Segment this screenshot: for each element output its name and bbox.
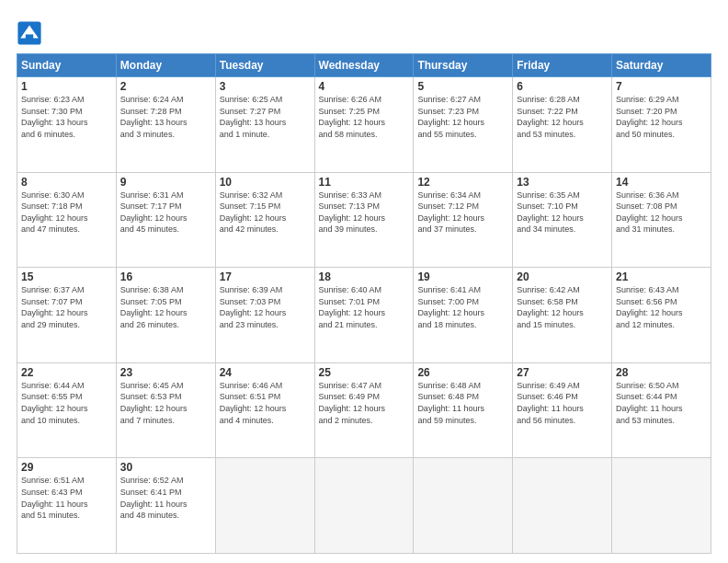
day-info: Sunrise: 6:32 AM Sunset: 7:15 PM Dayligh… [220, 190, 311, 236]
calendar-cell: 19Sunrise: 6:41 AM Sunset: 7:00 PM Dayli… [414, 268, 513, 363]
header [17, 17, 711, 46]
calendar-cell: 27Sunrise: 6:49 AM Sunset: 6:46 PM Dayli… [513, 362, 612, 458]
calendar-cell: 26Sunrise: 6:48 AM Sunset: 6:48 PM Dayli… [414, 362, 513, 458]
calendar-cell [612, 458, 711, 554]
week-row-4: 22Sunrise: 6:44 AM Sunset: 6:55 PM Dayli… [17, 362, 711, 458]
day-number: 16 [120, 270, 211, 283]
calendar-cell: 30Sunrise: 6:52 AM Sunset: 6:41 PM Dayli… [116, 458, 215, 554]
weekday-header-monday: Monday [116, 54, 215, 77]
day-number: 12 [417, 176, 508, 189]
day-number: 25 [319, 366, 410, 379]
calendar-cell: 15Sunrise: 6:37 AM Sunset: 7:07 PM Dayli… [17, 268, 117, 363]
day-info: Sunrise: 6:52 AM Sunset: 6:41 PM Dayligh… [120, 475, 211, 521]
calendar-cell: 4Sunrise: 6:26 AM Sunset: 7:25 PM Daylig… [314, 77, 414, 173]
day-info: Sunrise: 6:38 AM Sunset: 7:05 PM Dayligh… [120, 284, 211, 330]
day-info: Sunrise: 6:47 AM Sunset: 6:49 PM Dayligh… [319, 380, 410, 426]
logo-icon [17, 20, 42, 46]
calendar-cell: 21Sunrise: 6:43 AM Sunset: 6:56 PM Dayli… [612, 268, 711, 363]
day-number: 23 [120, 366, 211, 379]
day-info: Sunrise: 6:39 AM Sunset: 7:03 PM Dayligh… [220, 284, 311, 330]
weekday-header-sunday: Sunday [17, 54, 117, 77]
calendar-cell: 18Sunrise: 6:40 AM Sunset: 7:01 PM Dayli… [314, 268, 414, 363]
week-row-3: 15Sunrise: 6:37 AM Sunset: 7:07 PM Dayli… [17, 268, 711, 363]
day-info: Sunrise: 6:46 AM Sunset: 6:51 PM Dayligh… [220, 380, 311, 426]
day-info: Sunrise: 6:44 AM Sunset: 6:55 PM Dayligh… [21, 380, 112, 426]
day-info: Sunrise: 6:29 AM Sunset: 7:20 PM Dayligh… [616, 94, 707, 140]
calendar-cell [414, 458, 513, 554]
day-info: Sunrise: 6:37 AM Sunset: 7:07 PM Dayligh… [21, 284, 112, 330]
day-info: Sunrise: 6:24 AM Sunset: 7:28 PM Dayligh… [120, 94, 211, 140]
weekday-header-friday: Friday [513, 54, 612, 77]
day-info: Sunrise: 6:40 AM Sunset: 7:01 PM Dayligh… [319, 284, 410, 330]
calendar-cell: 7Sunrise: 6:29 AM Sunset: 7:20 PM Daylig… [612, 77, 711, 173]
day-number: 20 [517, 270, 608, 283]
calendar-cell: 17Sunrise: 6:39 AM Sunset: 7:03 PM Dayli… [215, 268, 314, 363]
logo [17, 20, 46, 46]
calendar-cell: 23Sunrise: 6:45 AM Sunset: 6:53 PM Dayli… [116, 362, 215, 458]
calendar-cell: 25Sunrise: 6:47 AM Sunset: 6:49 PM Dayli… [314, 362, 414, 458]
day-number: 15 [21, 270, 112, 283]
calendar-cell [513, 458, 612, 554]
day-number: 26 [417, 366, 508, 379]
day-number: 8 [21, 176, 112, 189]
week-row-5: 29Sunrise: 6:51 AM Sunset: 6:43 PM Dayli… [17, 458, 711, 554]
calendar-cell: 20Sunrise: 6:42 AM Sunset: 6:58 PM Dayli… [513, 268, 612, 363]
day-number: 17 [220, 270, 311, 283]
day-number: 14 [616, 176, 707, 189]
day-info: Sunrise: 6:25 AM Sunset: 7:27 PM Dayligh… [220, 94, 311, 140]
day-info: Sunrise: 6:43 AM Sunset: 6:56 PM Dayligh… [616, 284, 707, 330]
day-number: 18 [319, 270, 410, 283]
calendar-cell: 10Sunrise: 6:32 AM Sunset: 7:15 PM Dayli… [215, 172, 314, 268]
day-info: Sunrise: 6:26 AM Sunset: 7:25 PM Dayligh… [319, 94, 410, 140]
day-number: 5 [417, 80, 508, 93]
day-number: 10 [220, 176, 311, 189]
day-info: Sunrise: 6:23 AM Sunset: 7:30 PM Dayligh… [21, 94, 112, 140]
day-number: 1 [21, 80, 112, 93]
day-number: 30 [120, 461, 211, 474]
calendar-cell: 3Sunrise: 6:25 AM Sunset: 7:27 PM Daylig… [215, 77, 314, 173]
page: SundayMondayTuesdayWednesdayThursdayFrid… [0, 0, 728, 563]
calendar-cell: 14Sunrise: 6:36 AM Sunset: 7:08 PM Dayli… [612, 172, 711, 268]
day-info: Sunrise: 6:31 AM Sunset: 7:17 PM Dayligh… [120, 190, 211, 236]
calendar-cell: 28Sunrise: 6:50 AM Sunset: 6:44 PM Dayli… [612, 362, 711, 458]
day-info: Sunrise: 6:42 AM Sunset: 6:58 PM Dayligh… [517, 284, 608, 330]
day-number: 6 [517, 80, 608, 93]
day-number: 27 [517, 366, 608, 379]
day-number: 21 [616, 270, 707, 283]
day-info: Sunrise: 6:50 AM Sunset: 6:44 PM Dayligh… [616, 380, 707, 426]
day-number: 7 [616, 80, 707, 93]
calendar-cell: 11Sunrise: 6:33 AM Sunset: 7:13 PM Dayli… [314, 172, 414, 268]
week-row-1: 1Sunrise: 6:23 AM Sunset: 7:30 PM Daylig… [17, 77, 711, 173]
day-number: 3 [220, 80, 311, 93]
calendar-table: SundayMondayTuesdayWednesdayThursdayFrid… [17, 53, 711, 554]
day-number: 24 [220, 366, 311, 379]
day-number: 22 [21, 366, 112, 379]
calendar-cell: 2Sunrise: 6:24 AM Sunset: 7:28 PM Daylig… [116, 77, 215, 173]
calendar-cell: 29Sunrise: 6:51 AM Sunset: 6:43 PM Dayli… [17, 458, 117, 554]
calendar-cell: 9Sunrise: 6:31 AM Sunset: 7:17 PM Daylig… [116, 172, 215, 268]
weekday-header-saturday: Saturday [612, 54, 711, 77]
calendar-cell: 22Sunrise: 6:44 AM Sunset: 6:55 PM Dayli… [17, 362, 117, 458]
day-number: 28 [616, 366, 707, 379]
weekday-header-row: SundayMondayTuesdayWednesdayThursdayFrid… [17, 54, 711, 77]
weekday-header-wednesday: Wednesday [314, 54, 414, 77]
calendar-cell: 6Sunrise: 6:28 AM Sunset: 7:22 PM Daylig… [513, 77, 612, 173]
day-info: Sunrise: 6:34 AM Sunset: 7:12 PM Dayligh… [417, 190, 508, 236]
day-info: Sunrise: 6:49 AM Sunset: 6:46 PM Dayligh… [517, 380, 608, 426]
calendar-cell: 8Sunrise: 6:30 AM Sunset: 7:18 PM Daylig… [17, 172, 117, 268]
calendar-cell: 5Sunrise: 6:27 AM Sunset: 7:23 PM Daylig… [414, 77, 513, 173]
day-info: Sunrise: 6:41 AM Sunset: 7:00 PM Dayligh… [417, 284, 508, 330]
day-info: Sunrise: 6:27 AM Sunset: 7:23 PM Dayligh… [417, 94, 508, 140]
calendar-cell: 12Sunrise: 6:34 AM Sunset: 7:12 PM Dayli… [414, 172, 513, 268]
calendar-cell [314, 458, 414, 554]
day-info: Sunrise: 6:28 AM Sunset: 7:22 PM Dayligh… [517, 94, 608, 140]
calendar-cell: 13Sunrise: 6:35 AM Sunset: 7:10 PM Dayli… [513, 172, 612, 268]
day-number: 9 [120, 176, 211, 189]
day-info: Sunrise: 6:35 AM Sunset: 7:10 PM Dayligh… [517, 190, 608, 236]
day-info: Sunrise: 6:30 AM Sunset: 7:18 PM Dayligh… [21, 190, 112, 236]
calendar-cell: 1Sunrise: 6:23 AM Sunset: 7:30 PM Daylig… [17, 77, 117, 173]
svg-rect-2 [26, 34, 33, 40]
week-row-2: 8Sunrise: 6:30 AM Sunset: 7:18 PM Daylig… [17, 172, 711, 268]
day-info: Sunrise: 6:33 AM Sunset: 7:13 PM Dayligh… [319, 190, 410, 236]
day-number: 4 [319, 80, 410, 93]
